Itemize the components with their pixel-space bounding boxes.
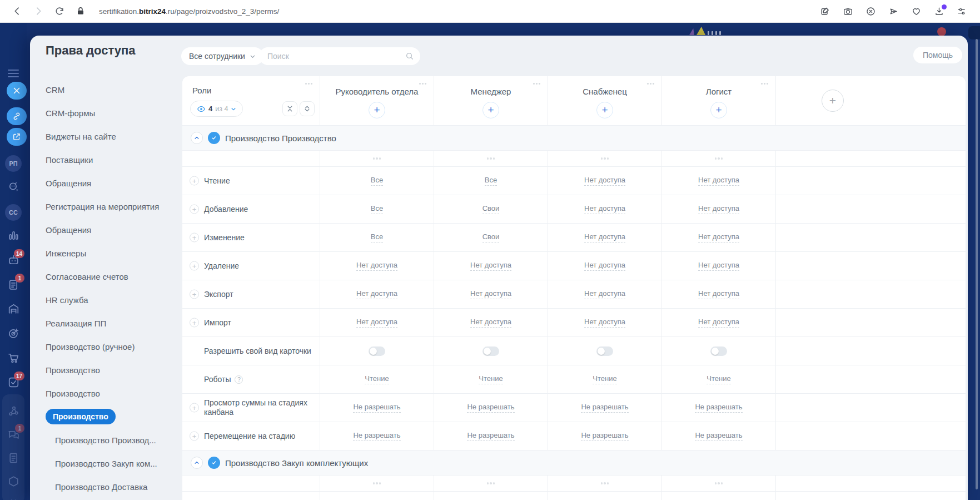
menu-item-2[interactable]: Виджеты на сайте: [46, 125, 176, 148]
menu-item-13[interactable]: Производство: [46, 382, 176, 405]
toggle-off[interactable]: [710, 346, 727, 356]
add-permission-button[interactable]: +: [482, 102, 499, 118]
tasks-icon[interactable]: 17: [0, 375, 27, 389]
menu-item-14[interactable]: Производство: [46, 405, 176, 428]
expand-row-icon[interactable]: +: [190, 403, 199, 413]
help-button[interactable]: Помощь: [913, 47, 962, 63]
download-icon[interactable]: [934, 6, 944, 17]
permission-value[interactable]: Не разрешать: [581, 431, 628, 441]
collapse-all-button[interactable]: [282, 101, 297, 116]
permission-value[interactable]: Чтение: [479, 374, 503, 384]
block-icon[interactable]: [865, 6, 876, 17]
edit-icon[interactable]: [820, 6, 830, 17]
expand-row-icon[interactable]: +: [190, 261, 199, 271]
send-icon[interactable]: [888, 6, 899, 17]
permission-value[interactable]: Все: [371, 176, 383, 186]
forward-icon[interactable]: [33, 6, 44, 17]
chat-icon[interactable]: 1: [0, 428, 27, 442]
permission-value[interactable]: Не разрешать: [581, 403, 628, 413]
menu-item-9[interactable]: HR служба: [46, 288, 176, 311]
expand-row-icon[interactable]: +: [190, 233, 199, 242]
permission-value[interactable]: Нет доступа: [584, 261, 625, 271]
cart-icon[interactable]: [0, 351, 27, 365]
address-bar[interactable]: sertifikation.bitrix24.ru/page/proizvods…: [99, 7, 279, 16]
expand-row-icon[interactable]: +: [190, 205, 199, 214]
back-icon[interactable]: [12, 6, 23, 17]
copy-link-button[interactable]: [7, 107, 27, 125]
toggle-off[interactable]: [369, 346, 385, 356]
permission-value[interactable]: Нет доступа: [698, 261, 739, 271]
permission-value[interactable]: Не разрешать: [353, 431, 400, 441]
cell-menu-icon[interactable]: [715, 482, 723, 484]
menu-icon[interactable]: [0, 70, 27, 77]
menu-item-5[interactable]: Регистрация на мероприятия: [46, 195, 176, 218]
permission-value[interactable]: Чтение: [707, 374, 730, 384]
assistant-robot-icon[interactable]: 14: [0, 253, 27, 267]
permission-value[interactable]: Чтение: [593, 374, 616, 384]
collapse-section-button[interactable]: [191, 457, 203, 469]
permission-value[interactable]: Нет доступа: [698, 204, 739, 214]
permission-value[interactable]: Нет доступа: [698, 232, 739, 242]
permission-value[interactable]: Нет доступа: [584, 289, 625, 299]
menu-item-3[interactable]: Поставщики: [46, 148, 176, 171]
permission-value[interactable]: Чтение: [365, 374, 389, 384]
permission-value[interactable]: Не разрешать: [467, 431, 514, 441]
permission-value[interactable]: Нет доступа: [698, 289, 739, 299]
cell-menu-icon[interactable]: [373, 482, 381, 484]
menu-item-16[interactable]: Производство Закуп ком...: [46, 452, 176, 475]
analytics-icon[interactable]: [0, 229, 27, 242]
warehouse-icon[interactable]: [0, 302, 27, 316]
toggle-off[interactable]: [596, 346, 613, 356]
roles-visibility-filter[interactable]: 4 из 4: [190, 101, 243, 117]
menu-item-8[interactable]: Согласование счетов: [46, 265, 176, 288]
expand-all-button[interactable]: [300, 101, 315, 116]
documents-icon[interactable]: [0, 451, 27, 465]
permission-value[interactable]: Все: [371, 204, 383, 214]
network-icon[interactable]: [0, 404, 27, 418]
favorites-heart-icon[interactable]: [911, 6, 922, 17]
avatar-cc[interactable]: СС: [0, 204, 27, 221]
avatar-rp[interactable]: РП: [0, 155, 27, 172]
add-permission-button[interactable]: +: [710, 102, 727, 118]
permission-value[interactable]: Нет доступа: [470, 289, 511, 299]
permission-value[interactable]: Нет доступа: [356, 318, 397, 328]
add-role-button[interactable]: +: [822, 90, 844, 112]
menu-item-11[interactable]: Производство (ручное): [46, 335, 176, 358]
add-permission-button[interactable]: +: [596, 102, 613, 118]
cell-menu-icon[interactable]: [487, 482, 495, 484]
cell-menu-icon[interactable]: [601, 157, 609, 160]
menu-item-10[interactable]: Реализация ПП: [46, 311, 176, 335]
search-input[interactable]: [259, 47, 420, 65]
cell-menu-icon[interactable]: [715, 157, 723, 160]
permission-value[interactable]: Все: [371, 232, 383, 242]
permission-value[interactable]: Свои: [482, 232, 500, 242]
permission-value[interactable]: Нет доступа: [584, 232, 625, 242]
permission-value[interactable]: Нет доступа: [584, 318, 625, 328]
tune-icon[interactable]: [957, 6, 967, 17]
permission-value[interactable]: Нет доступа: [698, 176, 739, 186]
goals-target-icon[interactable]: [0, 326, 27, 340]
open-new-window-button[interactable]: [7, 128, 27, 146]
permission-value[interactable]: Не разрешать: [467, 403, 514, 413]
cell-menu-icon[interactable]: [487, 157, 495, 160]
reload-icon[interactable]: [54, 6, 65, 17]
toggle-off[interactable]: [482, 346, 499, 356]
permission-value[interactable]: Не разрешать: [695, 431, 742, 441]
camera-icon[interactable]: [843, 6, 853, 17]
collapse-section-button[interactable]: [191, 132, 203, 144]
permission-value[interactable]: Нет доступа: [470, 261, 511, 271]
permission-value[interactable]: Нет доступа: [470, 318, 511, 328]
permission-value[interactable]: Не разрешать: [353, 403, 400, 413]
help-icon[interactable]: ?: [235, 375, 243, 384]
menu-item-7[interactable]: Инженеры: [46, 241, 176, 265]
permission-value[interactable]: Нет доступа: [356, 261, 397, 271]
permission-value[interactable]: Нет доступа: [584, 204, 625, 214]
calendar-icon[interactable]: [0, 498, 27, 500]
column-menu-icon[interactable]: [647, 83, 654, 85]
copilot-icon[interactable]: [0, 180, 27, 194]
menu-item-6[interactable]: Обращения: [46, 218, 176, 241]
menu-item-4[interactable]: Обращения: [46, 171, 176, 195]
menu-item-15[interactable]: Производство Производ...: [46, 428, 176, 452]
checklist-icon[interactable]: 1: [0, 278, 27, 291]
menu-item-17[interactable]: Производство Доставка: [46, 475, 176, 498]
